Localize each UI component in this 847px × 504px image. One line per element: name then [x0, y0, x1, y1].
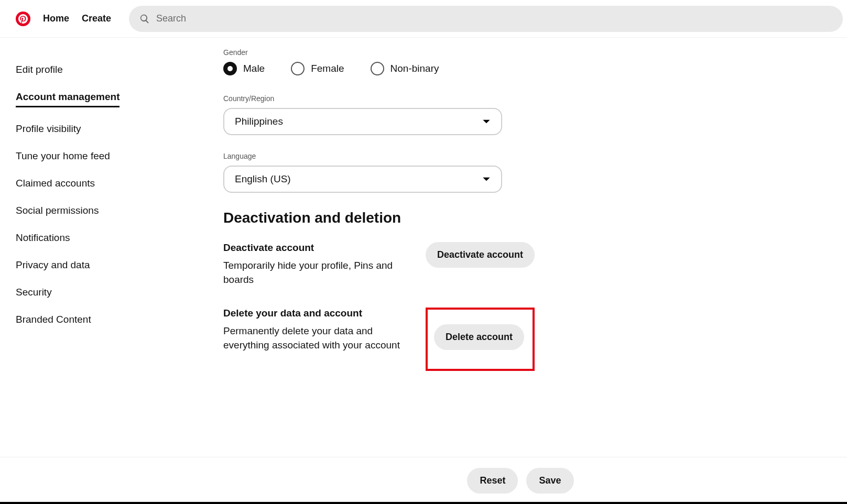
sidebar-item-profile-visibility[interactable]: Profile visibility — [16, 123, 81, 135]
nav-home[interactable]: Home — [43, 13, 69, 24]
search-container[interactable] — [129, 6, 843, 32]
country-value: Philippines — [235, 116, 283, 127]
annotation-highlight: Delete account — [426, 308, 535, 371]
deactivate-title: Deactivate account — [223, 242, 411, 254]
search-icon — [139, 14, 150, 24]
country-label: Country/Region — [223, 94, 535, 103]
gender-option-male[interactable]: Male — [223, 62, 265, 75]
sidebar-item-social-permissions[interactable]: Social permissions — [16, 205, 99, 216]
delete-row: Delete your data and account Permanently… — [223, 308, 535, 371]
delete-desc: Permanently delete your data and everyth… — [223, 324, 407, 352]
delete-account-button[interactable]: Delete account — [434, 324, 524, 350]
sidebar-item-privacy-and-data[interactable]: Privacy and data — [16, 259, 90, 271]
sidebar-item-tune-home-feed[interactable]: Tune your home feed — [16, 150, 110, 162]
sidebar-item-claimed-accounts[interactable]: Claimed accounts — [16, 178, 95, 189]
deactivate-account-button[interactable]: Deactivate account — [426, 242, 535, 268]
radio-icon — [371, 62, 384, 75]
radio-icon — [223, 62, 237, 75]
pinterest-logo-icon[interactable] — [16, 12, 30, 26]
gender-option-nonbinary[interactable]: Non-binary — [371, 62, 439, 75]
search-input[interactable] — [156, 13, 832, 24]
language-value: English (US) — [235, 173, 291, 185]
deactivate-desc: Temporarily hide your profile, Pins and … — [223, 259, 407, 287]
sidebar-item-notifications[interactable]: Notifications — [16, 232, 70, 244]
main-content: Gender Male Female Non-binary Country/Re… — [199, 38, 535, 392]
nav-create[interactable]: Create — [82, 13, 111, 24]
sidebar-item-account-management[interactable]: Account management — [16, 91, 120, 107]
chevron-down-icon — [481, 174, 492, 184]
radio-icon — [291, 62, 305, 75]
gender-radio-group: Male Female Non-binary — [223, 62, 535, 75]
deactivate-row: Deactivate account Temporarily hide your… — [223, 242, 535, 287]
top-bar: Home Create — [0, 0, 847, 38]
sidebar-item-branded-content[interactable]: Branded Content — [16, 314, 91, 325]
language-select[interactable]: English (US) — [223, 166, 502, 193]
gender-label: Gender — [223, 48, 535, 57]
radio-label: Female — [311, 63, 344, 74]
country-select[interactable]: Philippines — [223, 108, 502, 135]
deactivation-section-title: Deactivation and deletion — [223, 210, 535, 226]
radio-label: Non-binary — [390, 63, 439, 74]
sidebar-item-security[interactable]: Security — [16, 287, 52, 298]
delete-title: Delete your data and account — [223, 308, 411, 319]
language-label: Language — [223, 152, 535, 160]
chevron-down-icon — [481, 116, 492, 127]
gender-option-female[interactable]: Female — [291, 62, 344, 75]
settings-sidebar: Edit profile Account management Profile … — [0, 38, 199, 392]
sidebar-item-edit-profile[interactable]: Edit profile — [16, 64, 63, 75]
radio-label: Male — [243, 63, 265, 74]
